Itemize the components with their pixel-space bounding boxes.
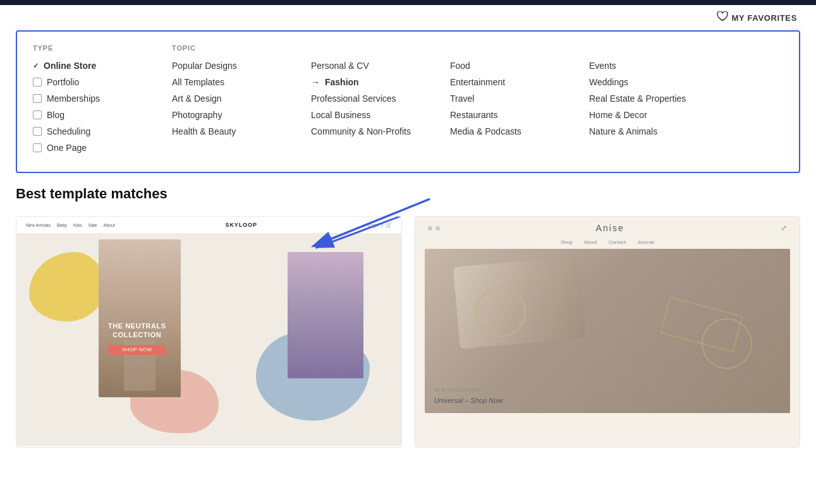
filter-topic-col1: TOPIC Popular Designs All Templates Art …: [172, 44, 311, 159]
anise-dots: [428, 226, 440, 231]
topic-home-decor[interactable]: Home & Decor: [589, 110, 719, 120]
checkmark-icon: ✓: [33, 62, 39, 70]
topic-label: Restaurants: [450, 110, 497, 120]
skyloop-side-image: [288, 252, 363, 378]
filter-topic-col2: TOPIC Personal & CV → Fashion Profession…: [311, 44, 450, 159]
topic-weddings[interactable]: Weddings: [589, 77, 719, 87]
type-online-store[interactable]: ✓ Online Store: [33, 61, 162, 71]
filter-panel: TYPE ✓ Online Store Portfolio Membership…: [16, 30, 800, 173]
shop-now-btn: Shop now: [108, 345, 166, 355]
topic-label: Fashion: [325, 77, 359, 87]
my-favorites-label: MY FAVORITES: [732, 13, 797, 23]
social-icon: f: [381, 222, 382, 228]
dot1: [428, 226, 432, 231]
dot2: [435, 226, 440, 231]
skyloop-footer: SKYLOOP: [16, 447, 401, 448]
topic-label: Community & Non-Profits: [311, 126, 411, 136]
topic-professional-services[interactable]: Professional Services: [311, 93, 441, 104]
template-card-anise[interactable]: Anise ⤢ Shop About Contact Journal N: [415, 216, 801, 448]
skyloop-body: THE NEUTRALS COLLECTION Shop now: [16, 233, 401, 446]
type-label: Online Store: [44, 61, 96, 71]
anise-preview: Anise ⤢ Shop About Contact Journal N: [415, 217, 800, 447]
topic-label: Professional Services: [311, 93, 396, 104]
checkbox-memberships: [33, 94, 42, 103]
topic-local-business[interactable]: Local Business: [311, 110, 441, 120]
topic-label: Events: [589, 61, 616, 71]
skyloop-header-icons: Logo f 🛒: [367, 222, 391, 228]
topic-nature-animals[interactable]: Nature & Animals: [589, 126, 719, 136]
topic-real-estate[interactable]: Real Estate & Properties: [589, 93, 719, 104]
topic-entertainment[interactable]: Entertainment: [450, 77, 580, 87]
topic-media-podcasts[interactable]: Media & Podcasts: [450, 126, 580, 136]
topic-popular-designs[interactable]: Popular Designs: [172, 61, 301, 71]
topic-label: Weddings: [589, 77, 628, 87]
arrow-right-icon: →: [311, 77, 320, 87]
anise-shop-now-label: Universal – Shop Now: [434, 397, 503, 404]
type-memberships[interactable]: Memberships: [33, 93, 162, 104]
nav-item: Baby: [57, 223, 67, 227]
anise-new-collection-label: NEW COLLECTION: [434, 388, 503, 392]
my-favorites-button[interactable]: MY FAVORITES: [717, 11, 797, 24]
nav-item: New Arrivals: [26, 223, 51, 227]
type-scheduling[interactable]: Scheduling: [33, 126, 162, 136]
type-portfolio[interactable]: Portfolio: [33, 77, 162, 87]
skyloop-thumbnails: SALE SALE: [16, 446, 401, 447]
anise-nav: Shop About Contact Journal: [415, 239, 800, 249]
topic-food[interactable]: Food: [450, 61, 580, 71]
topic-label: Nature & Animals: [589, 126, 657, 136]
filter-topic-col4: TOPIC Events Weddings Real Estate & Prop…: [589, 44, 728, 159]
topic-community[interactable]: Community & Non-Profits: [311, 126, 441, 136]
section-title: Best template matches: [16, 186, 800, 202]
expand-icon: ⤢: [781, 224, 787, 232]
anise-nav-journal: Journal: [637, 239, 654, 245]
topic-travel[interactable]: Travel: [450, 93, 580, 104]
topic-label: Art & Design: [172, 93, 222, 104]
main-content: Best template matches New Arrivals: [0, 186, 816, 448]
topic-label: Travel: [450, 93, 474, 104]
anise-brand-title: Anise: [440, 223, 781, 233]
type-label: Portfolio: [47, 77, 79, 87]
type-header: TYPE: [33, 44, 162, 52]
filter-grid: TYPE ✓ Online Store Portfolio Membership…: [33, 44, 783, 159]
topic-label: Media & Podcasts: [450, 126, 521, 136]
topic-label: Popular Designs: [172, 61, 237, 71]
topic-label: Health & Beauty: [172, 126, 236, 136]
template-grid: New Arrivals Baby Kids Sale About SKYLOO…: [16, 216, 800, 448]
type-label: Scheduling: [47, 126, 90, 136]
template-card-skyloop[interactable]: New Arrivals Baby Kids Sale About SKYLOO…: [16, 216, 402, 448]
checkbox-portfolio: [33, 78, 42, 87]
topic-health-beauty[interactable]: Health & Beauty: [172, 126, 301, 136]
heart-icon: [717, 11, 728, 24]
skyloop-nav: New Arrivals Baby Kids Sale About: [26, 223, 115, 227]
topic-label: Home & Decor: [589, 110, 647, 120]
topic-personal-cv[interactable]: Personal & CV: [311, 61, 441, 71]
topic-fashion[interactable]: → Fashion: [311, 77, 441, 87]
anise-hero-image: NEW COLLECTION Universal – Shop Now: [425, 249, 791, 413]
type-label: One Page: [47, 143, 87, 153]
type-blog[interactable]: Blog: [33, 110, 162, 120]
top-bar: [0, 0, 816, 5]
anise-jewelry-prop: [475, 287, 526, 337]
topic-photography[interactable]: Photography: [172, 110, 301, 120]
topic-label: Photography: [172, 110, 222, 120]
checkbox-one-page: [33, 143, 42, 152]
skyloop-logo: SKYLOOP: [225, 222, 257, 228]
anise-header: Anise ⤢: [415, 217, 800, 239]
anise-caption: NEW COLLECTION Universal – Shop Now: [434, 388, 503, 405]
topic-art-design[interactable]: Art & Design: [172, 93, 301, 104]
anise-nav-shop: Shop: [561, 239, 573, 245]
topic-label: Real Estate & Properties: [589, 93, 686, 104]
nav-item: About: [104, 223, 115, 227]
header: MY FAVORITES: [0, 5, 816, 30]
skyloop-text-overlay: THE NEUTRALS COLLECTION Shop now: [108, 321, 166, 355]
topic-events[interactable]: Events: [589, 61, 719, 71]
topic-header: TOPIC: [172, 44, 301, 52]
topic-label: Food: [450, 61, 470, 71]
type-one-page[interactable]: One Page: [33, 143, 162, 153]
anise-footer: ANISE: [415, 447, 800, 448]
topic-label: Local Business: [311, 110, 370, 120]
topic-restaurants[interactable]: Restaurants: [450, 110, 580, 120]
topic-all-templates[interactable]: All Templates: [172, 77, 301, 87]
checkbox-blog: [33, 111, 42, 119]
yellow-blob-shape: [29, 252, 105, 321]
